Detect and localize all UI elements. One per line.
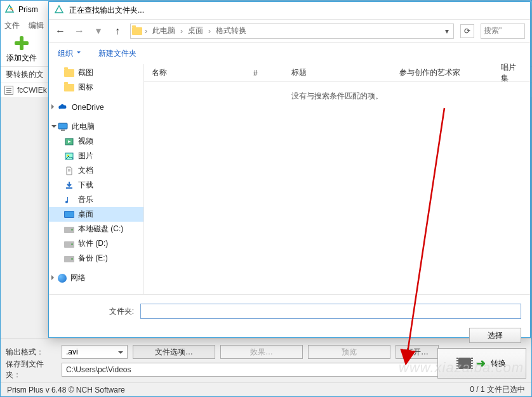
drive-icon bbox=[64, 241, 74, 248]
empty-message: 没有与搜索条件匹配的项。 bbox=[144, 91, 530, 102]
col-number[interactable]: # bbox=[253, 69, 291, 77]
svg-rect-6 bbox=[61, 130, 65, 131]
address-bar[interactable]: › 此电脑 › 桌面 › 格式转换 ▾ bbox=[130, 24, 454, 39]
arrow-right-icon: ➜ bbox=[476, 356, 486, 370]
address-dropdown-icon[interactable]: ▾ bbox=[442, 27, 452, 36]
tree-icons[interactable]: 图标 bbox=[49, 80, 143, 95]
tree-music[interactable]: 音乐 bbox=[49, 192, 143, 207]
status-bar: Prism Plus v 6.48 © NCH Software 0 / 1 文… bbox=[1, 382, 531, 396]
onedrive-icon bbox=[58, 102, 68, 112]
file-name: fcCWIEk bbox=[17, 86, 47, 95]
dialog-navbar: ← → ▾ ↑ › 此电脑 › 桌面 › 格式转换 ▾ ⟳ 搜索" bbox=[49, 20, 530, 43]
crumb-target[interactable]: 格式转换 bbox=[213, 25, 249, 36]
dialog-app-icon bbox=[54, 4, 64, 17]
document-icon bbox=[64, 166, 74, 176]
document-icon bbox=[4, 86, 13, 95]
convert-label: 转换 bbox=[491, 358, 506, 369]
nav-recent-icon[interactable]: ▾ bbox=[92, 25, 105, 37]
convert-button[interactable]: ➜ 转换 bbox=[437, 348, 526, 379]
tree-downloads[interactable]: 下载 bbox=[49, 178, 143, 192]
plus-icon bbox=[13, 35, 30, 51]
drive-icon bbox=[64, 227, 74, 233]
prism-app-icon bbox=[4, 4, 15, 16]
col-name[interactable]: 名称 bbox=[152, 67, 253, 78]
dialog-title: 正在查找输出文件夹... bbox=[69, 5, 144, 16]
menu-file[interactable]: 文件 bbox=[4, 20, 20, 31]
picture-icon bbox=[64, 151, 74, 161]
save-path-combo[interactable]: C:\Users\pc\Videos bbox=[62, 363, 478, 377]
nav-forward-icon[interactable]: → bbox=[73, 25, 86, 37]
tree-screenshots[interactable]: 截图 bbox=[49, 65, 143, 80]
list-header: 名称 # 标题 参与创作的艺术家 唱片集 bbox=[144, 64, 530, 82]
tree-videos[interactable]: 视频 bbox=[49, 134, 143, 149]
tree-this-pc[interactable]: 此电脑 bbox=[49, 119, 143, 134]
music-icon bbox=[64, 195, 74, 205]
film-icon bbox=[458, 358, 471, 369]
drive-icon bbox=[64, 256, 74, 262]
tree-drive-e[interactable]: 备份 (E:) bbox=[49, 251, 143, 266]
refresh-button[interactable]: ⟳ bbox=[460, 24, 474, 38]
svg-marker-4 bbox=[55, 6, 63, 13]
chevron-right-icon: › bbox=[208, 27, 211, 36]
dialog-titlebar: 正在查找输出文件夹... bbox=[49, 2, 530, 20]
save-to-label: 保存到文件夹： bbox=[6, 359, 57, 380]
download-icon bbox=[64, 180, 74, 191]
folder-icon bbox=[64, 84, 74, 91]
col-title[interactable]: 标题 bbox=[291, 67, 399, 78]
svg-rect-5 bbox=[58, 123, 67, 129]
prism-title: Prism bbox=[18, 5, 38, 14]
col-album[interactable]: 唱片集 bbox=[501, 62, 522, 84]
svg-rect-13 bbox=[66, 187, 72, 189]
nav-tree: 截图 图标 OneDrive 此电脑 视频 图片 文档 下载 音乐 桌面 本地磁… bbox=[49, 64, 144, 294]
folder-label: 文件夹: bbox=[58, 306, 134, 317]
add-file-label: 添加文件 bbox=[6, 53, 37, 64]
add-file-button[interactable]: 添加文件 bbox=[1, 32, 43, 66]
search-input[interactable]: 搜索" bbox=[481, 24, 525, 39]
new-folder-button[interactable]: 新建文件夹 bbox=[98, 48, 136, 59]
dialog-toolbar: 组织 新建文件夹 bbox=[49, 43, 530, 64]
chevron-right-icon: › bbox=[145, 27, 147, 36]
tree-desktop[interactable]: 桌面 bbox=[49, 207, 143, 222]
tree-drive-d[interactable]: 软件 (D:) bbox=[49, 236, 143, 251]
desktop-icon bbox=[64, 211, 74, 218]
tree-pictures[interactable]: 图片 bbox=[49, 149, 143, 163]
folder-icon bbox=[132, 27, 142, 35]
nav-back-icon[interactable]: ← bbox=[54, 25, 67, 37]
col-artist[interactable]: 参与创作的艺术家 bbox=[399, 67, 501, 78]
dialog-body: 截图 图标 OneDrive 此电脑 视频 图片 文档 下载 音乐 桌面 本地磁… bbox=[49, 64, 530, 294]
version-text: Prism Plus v 6.48 © NCH Software bbox=[7, 386, 125, 394]
menu-edit[interactable]: 编辑 bbox=[29, 20, 44, 31]
folder-icon bbox=[64, 69, 74, 77]
dialog-bottom: 文件夹: 选择 bbox=[49, 294, 530, 351]
pc-icon bbox=[58, 122, 68, 132]
folder-browse-dialog: 正在查找输出文件夹... ← → ▾ ↑ › 此电脑 › 桌面 › 格式转换 ▾… bbox=[48, 1, 531, 338]
tree-drive-c[interactable]: 本地磁盘 (C:) bbox=[49, 222, 143, 236]
crumb-desktop[interactable]: 桌面 bbox=[185, 25, 206, 36]
select-folder-button[interactable]: 选择 bbox=[469, 328, 521, 343]
tree-onedrive[interactable]: OneDrive bbox=[49, 100, 143, 114]
tree-network[interactable]: 网络 bbox=[49, 271, 143, 285]
selection-count: 0 / 1 文件已选中 bbox=[470, 384, 525, 395]
folder-input[interactable] bbox=[140, 304, 521, 319]
video-icon bbox=[64, 137, 74, 147]
crumb-this-pc[interactable]: 此电脑 bbox=[150, 25, 178, 36]
tree-documents[interactable]: 文档 bbox=[49, 163, 143, 178]
chevron-right-icon: › bbox=[180, 27, 183, 36]
nav-up-icon[interactable]: ↑ bbox=[111, 25, 124, 37]
network-icon bbox=[58, 274, 67, 283]
organize-menu[interactable]: 组织 bbox=[58, 48, 81, 59]
file-list: 名称 # 标题 参与创作的艺术家 唱片集 没有与搜索条件匹配的项。 bbox=[144, 64, 530, 294]
